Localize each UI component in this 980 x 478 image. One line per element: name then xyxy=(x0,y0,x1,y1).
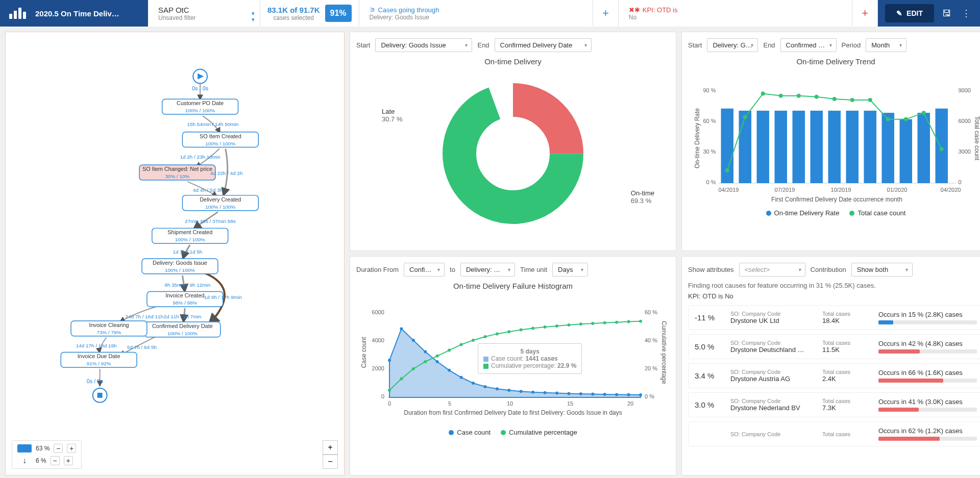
svg-text:3000: 3000 xyxy=(959,148,971,155)
svg-rect-67 xyxy=(828,111,841,183)
add-filter-button[interactable]: + xyxy=(593,0,619,27)
dataset-selector[interactable]: SAP OtC Unsaved filter ▾ ▾ xyxy=(148,0,260,27)
edge-minus-button[interactable]: − xyxy=(51,456,60,465)
chevron-down-icon: ▾ xyxy=(252,10,255,17)
dataset-name: SAP OtC xyxy=(158,6,250,14)
start-select[interactable]: Delivery: Goods Issue xyxy=(375,38,472,52)
svg-text:8h 35min / 9h 12min: 8h 35min / 9h 12min xyxy=(164,282,210,288)
svg-rect-66 xyxy=(811,111,823,183)
histogram-tooltip: 5 days Case count: 1441 cases Cumulative… xyxy=(478,343,582,374)
svg-point-110 xyxy=(460,376,463,379)
app-header: 2020.5 On Time Deliv… xyxy=(0,0,148,27)
svg-point-107 xyxy=(424,350,427,353)
rc-contrib-select[interactable]: Show both xyxy=(851,263,913,276)
svg-rect-69 xyxy=(864,111,877,183)
svg-text:100% / 100%: 100% / 100% xyxy=(205,141,235,146)
svg-text:Delivery Created: Delivery Created xyxy=(200,196,241,203)
target-icon: ✖✱ xyxy=(629,6,640,14)
svg-text:90 %: 90 % xyxy=(703,87,716,93)
svg-text:100% / 100%: 100% / 100% xyxy=(167,331,198,336)
zoom-in-button[interactable]: + xyxy=(323,440,338,455)
root-cause-panel: Show attributes <select> Contribution Sh… xyxy=(681,256,980,475)
svg-point-143 xyxy=(591,322,594,325)
svg-text:100% / 100%: 100% / 100% xyxy=(175,237,205,242)
svg-text:Cumulative percentage: Cumulative percentage xyxy=(660,321,668,384)
svg-text:Total case count: Total case count xyxy=(973,116,981,161)
svg-point-141 xyxy=(567,323,570,326)
donut-panel: Start Delivery: Goods Issue End Confirme… xyxy=(350,32,676,251)
flow-slider-panel: 63 % − + ↓ 6 % − + xyxy=(12,440,82,469)
filter-icon: ⚞ xyxy=(370,6,376,14)
svg-rect-64 xyxy=(775,111,788,183)
svg-text:91% / 92%: 91% / 92% xyxy=(87,361,111,366)
filter-chip-1[interactable]: ⚞Cases going through Delivery: Goods Iss… xyxy=(359,0,593,27)
svg-point-123 xyxy=(615,393,618,396)
node-minus-button[interactable]: − xyxy=(54,444,63,453)
edge-arrow-icon: ↓ xyxy=(17,456,32,465)
hist-to-select[interactable]: Delivery: … xyxy=(460,263,515,276)
svg-point-80 xyxy=(832,97,837,101)
svg-point-79 xyxy=(815,95,819,99)
svg-text:SO Item Changed: Net price: SO Item Changed: Net price xyxy=(142,166,212,172)
rc-row[interactable]: SO: Company CodeTotal casesOccurs in 62 … xyxy=(688,421,980,446)
svg-rect-63 xyxy=(757,111,770,183)
logo-icon xyxy=(9,8,26,19)
svg-text:5d 7h / 6d 5h: 5d 7h / 6d 5h xyxy=(127,344,157,350)
svg-point-76 xyxy=(761,92,765,96)
svg-text:15h 54min / 14h 50min: 15h 54min / 14h 50min xyxy=(187,121,239,127)
svg-text:SO Item Created: SO Item Created xyxy=(200,133,241,139)
rc-kpi: KPI: OTD is No xyxy=(688,292,980,300)
process-flow-panel[interactable]: 0s / 0s 0s / 0s Customer PO Date100% / 1… xyxy=(5,32,345,475)
svg-rect-73 xyxy=(936,109,948,183)
rc-row[interactable]: 3.0 %SO: Company CodeDrystone Nederland … xyxy=(688,392,980,417)
edit-button[interactable]: ✎ EDIT xyxy=(885,4,934,22)
svg-point-84 xyxy=(904,117,908,121)
save-icon[interactable]: 🖫 xyxy=(940,8,953,19)
node-slider-value: 63 % xyxy=(36,445,50,452)
svg-text:Invoice Due Date: Invoice Due Date xyxy=(78,353,120,359)
svg-point-109 xyxy=(448,369,451,372)
add-kpi-button[interactable]: + xyxy=(852,0,878,27)
kpi-filter-chip[interactable]: ✖✱KPI: OTD is No xyxy=(619,0,852,27)
svg-text:04/2019: 04/2019 xyxy=(719,187,739,193)
svg-rect-70 xyxy=(882,113,895,183)
svg-text:Duration from first Confirmed : Duration from first Confirmed Delivery D… xyxy=(404,409,622,416)
donut-chart[interactable] xyxy=(436,77,590,230)
svg-rect-68 xyxy=(846,111,859,183)
svg-text:6000: 6000 xyxy=(372,309,384,315)
more-icon[interactable]: ⋮ xyxy=(960,8,973,19)
svg-point-130 xyxy=(436,355,439,358)
case-count-widget: 83.1K of 91.7K cases selected 91% xyxy=(260,0,359,27)
svg-point-77 xyxy=(779,94,783,98)
svg-point-132 xyxy=(460,343,463,346)
trend-end-select[interactable]: Confirmed … xyxy=(780,38,837,52)
hist-unit-select[interactable]: Days xyxy=(552,263,588,276)
edge-plus-button[interactable]: + xyxy=(64,456,73,465)
svg-text:30 %: 30 % xyxy=(703,148,716,155)
dashboard-title[interactable]: 2020.5 On Time Deliv… xyxy=(35,9,119,18)
rc-row[interactable]: 3.4 %SO: Company CodeDrystone Austria AG… xyxy=(688,363,980,388)
rc-finding: Finding root causes for feature occurrin… xyxy=(688,282,980,289)
node-plus-button[interactable]: + xyxy=(67,444,76,453)
svg-point-119 xyxy=(567,392,570,395)
svg-text:01/2020: 01/2020 xyxy=(887,187,908,193)
rc-row[interactable]: -11 %SO: Company CodeDrystone UK LtdTota… xyxy=(688,305,980,330)
trend-chart[interactable]: On-time Delivery Rate Total case count 0… xyxy=(688,72,980,205)
hist-from-select[interactable]: Confi… xyxy=(404,263,445,276)
rc-row[interactable]: 5.0 %SO: Company CodeDrystone Deutschlan… xyxy=(688,334,980,359)
svg-text:60 %: 60 % xyxy=(645,309,657,315)
svg-text:First Confirmed Delivery Date : First Confirmed Delivery Date occurrence… xyxy=(771,196,902,203)
trend-start-select[interactable]: Delivery: G… xyxy=(707,38,758,52)
svg-point-139 xyxy=(544,325,547,329)
end-select[interactable]: Confirmed Delivery Date xyxy=(495,38,592,52)
rc-attr-select[interactable]: <select> xyxy=(739,263,805,276)
svg-point-82 xyxy=(868,98,872,102)
cases-selected: 83.1K of 91.7K xyxy=(267,6,320,14)
node-swatch xyxy=(17,444,32,452)
svg-point-115 xyxy=(520,390,523,393)
zoom-out-button[interactable]: − xyxy=(323,455,338,469)
svg-rect-4 xyxy=(97,393,103,398)
svg-text:0 %: 0 % xyxy=(645,393,654,399)
svg-point-111 xyxy=(472,382,475,385)
trend-period-select[interactable]: Month xyxy=(866,38,906,52)
